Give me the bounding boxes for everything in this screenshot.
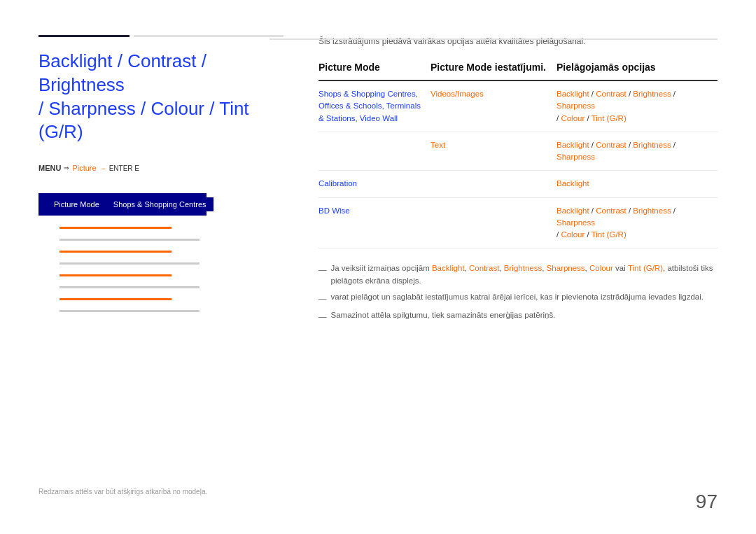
table-row: Text Backlight / Contrast / Brightness /…: [318, 132, 718, 171]
top-line-light: [134, 35, 284, 37]
table-row: Calibration Backlight: [318, 171, 718, 197]
menu-line-7: [59, 298, 172, 300]
info-table: Picture Mode Picture Mode iestatījumi. P…: [318, 62, 718, 248]
table-row: BD Wise Backlight / Contrast / Brightnes…: [318, 197, 718, 248]
pm-tab-label: Picture Mode: [47, 197, 106, 211]
row4-options: Backlight / Contrast / Brightness / Shar…: [556, 197, 718, 248]
menu-enter: ENTER E: [109, 164, 139, 172]
menu-line-8: [59, 310, 200, 312]
picture-mode-bar: Picture Mode Shops & Shopping Centres: [38, 193, 206, 216]
top-decorative-lines: [38, 35, 284, 37]
menu-items-mockup: [38, 227, 284, 312]
bottom-note: Redzamais attēls var būt atšķirīgs atkar…: [38, 488, 207, 496]
row2-options: Backlight / Contrast / Brightness / Shar…: [556, 132, 718, 171]
menu-line-6: [59, 286, 200, 288]
notes-section: ― Ja veiksiit izmaiņas opcijām Backlight…: [318, 262, 718, 324]
menu-line-3: [59, 251, 172, 253]
top-line-dark: [38, 35, 130, 37]
menu-symbol: ⇒: [64, 164, 69, 171]
row4-mode: BD Wise: [318, 197, 430, 248]
col1-header: Picture Mode: [318, 62, 430, 80]
menu-line-1: [59, 227, 172, 229]
table-header-row: Picture Mode Picture Mode iestatījumi. P…: [318, 62, 718, 80]
pm-tab-value: Shops & Shopping Centres: [106, 197, 214, 211]
col3-header: Pielāgojamās opcijas: [556, 62, 718, 80]
note-1: ― Ja veiksiit izmaiņas opcijām Backlight…: [318, 262, 718, 287]
row1-setting: Videos/Images: [430, 80, 556, 132]
page-number: 97: [696, 491, 718, 513]
right-panel: Šis izstrādājums piedāvā vairākas opcija…: [304, 35, 718, 506]
menu-label: MENU: [38, 164, 61, 172]
note-2: ― varat pielāgot un saglabāt iestatījumu…: [318, 291, 718, 306]
top-divider-right: [270, 38, 718, 40]
row1-options: Backlight / Contrast / Brightness / Shar…: [556, 80, 718, 132]
row3-setting: [430, 171, 556, 197]
row1-mode: Shops & Shopping Centres, Offices & Scho…: [318, 80, 430, 132]
main-title: Backlight / Contrast / Brightness / Shar…: [38, 50, 284, 144]
menu-line-2: [59, 239, 200, 241]
note-3: ― Samazinot attēla spilgtumu, tiek samaz…: [318, 309, 718, 324]
menu-path: MENU ⇒ Picture → ENTER E: [38, 164, 284, 172]
table-row: Shops & Shopping Centres, Offices & Scho…: [318, 80, 718, 132]
intro-text: Šis izstrādājums piedāvā vairākas opcija…: [318, 35, 718, 48]
menu-line-4: [59, 262, 200, 265]
row4-setting: [430, 197, 556, 248]
row2-mode: [318, 132, 430, 171]
menu-arrow: →: [99, 164, 106, 172]
menu-line-5: [59, 274, 172, 276]
col2-header: Picture Mode iestatījumi.: [430, 62, 556, 80]
left-panel: Backlight / Contrast / Brightness / Shar…: [38, 35, 304, 506]
row2-setting: Text: [430, 132, 556, 171]
picture-mode-ui: Picture Mode Shops & Shopping Centres: [38, 193, 284, 216]
row3-options: Backlight: [556, 171, 718, 197]
row3-mode: Calibration: [318, 171, 430, 197]
menu-picture: Picture: [72, 164, 96, 172]
